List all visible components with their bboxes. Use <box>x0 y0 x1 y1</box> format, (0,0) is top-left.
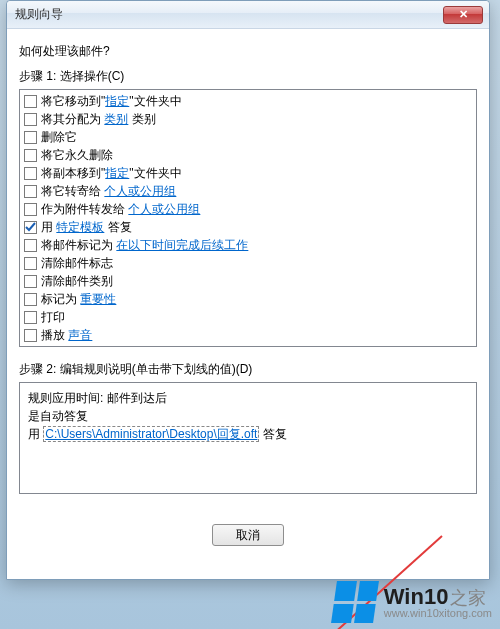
action-checkbox[interactable] <box>24 347 37 348</box>
action-link[interactable]: 指定 <box>105 94 129 108</box>
action-checkbox[interactable] <box>24 311 37 324</box>
action-checkbox[interactable] <box>24 275 37 288</box>
action-checkbox[interactable] <box>24 239 37 252</box>
action-checkbox[interactable] <box>24 95 37 108</box>
titlebar: 规则向导 ✕ <box>7 1 489 29</box>
action-link[interactable]: 个人或公用组 <box>104 184 176 198</box>
action-label: 清除邮件标志 <box>41 255 113 271</box>
action-row[interactable]: 将它永久删除 <box>24 146 472 164</box>
action-row[interactable]: 用 特定模板 答复 <box>24 218 472 236</box>
window-title: 规则向导 <box>15 6 63 23</box>
action-label: 将它永久删除 <box>41 147 113 163</box>
desc-line-2: 是自动答复 <box>28 407 468 425</box>
action-label: 打印 <box>41 309 65 325</box>
rule-description-box: 规则应用时间: 邮件到达后 是自动答复 用 C:\Users\Administr… <box>19 382 477 494</box>
close-icon: ✕ <box>459 8 468 21</box>
question-text: 如何处理该邮件? <box>19 43 477 60</box>
action-label: 将其分配为 类别 类别 <box>41 111 156 127</box>
action-label: 将它转寄给 个人或公用组 <box>41 183 176 199</box>
action-row[interactable]: 将副本移到"指定"文件夹中 <box>24 164 472 182</box>
step1-label: 步骤 1: 选择操作(C) <box>19 68 477 85</box>
actions-listbox[interactable]: 将它移动到"指定"文件夹中将其分配为 类别 类别删除它将它永久删除将副本移到"指… <box>19 89 477 347</box>
action-label: 用 特定模板 答复 <box>41 219 132 235</box>
desc-line-1: 规则应用时间: 邮件到达后 <box>28 389 468 407</box>
action-link[interactable]: 重要性 <box>80 292 116 306</box>
action-checkbox[interactable] <box>24 131 37 144</box>
rules-wizard-window: 规则向导 ✕ 如何处理该邮件? 步骤 1: 选择操作(C) 将它移动到"指定"文… <box>6 0 490 580</box>
desc-line-3: 用 C:\Users\Administrator\Desktop\回复.oft … <box>28 425 468 443</box>
action-link[interactable]: 声音 <box>68 328 92 342</box>
template-path-link[interactable]: C:\Users\Administrator\Desktop\回复.oft <box>43 426 259 442</box>
action-label: 将副本移到"指定"文件夹中 <box>41 165 182 181</box>
action-checkbox[interactable] <box>24 185 37 198</box>
windows-logo-icon <box>331 581 379 623</box>
desc-line-3-pre: 用 <box>28 427 43 441</box>
client-area: 如何处理该邮件? 步骤 1: 选择操作(C) 将它移动到"指定"文件夹中将其分配… <box>7 29 489 556</box>
action-checkbox[interactable] <box>24 293 37 306</box>
step2-label: 步骤 2: 编辑规则说明(单击带下划线的值)(D) <box>19 361 477 378</box>
action-checkbox[interactable] <box>24 257 37 270</box>
watermark-url: www.win10xitong.com <box>384 608 492 620</box>
action-checkbox[interactable] <box>24 113 37 126</box>
watermark-suffix: 之家 <box>450 588 486 608</box>
action-label: 删除它 <box>41 129 77 145</box>
action-row[interactable]: 删除它 <box>24 128 472 146</box>
action-checkbox[interactable] <box>24 149 37 162</box>
action-row[interactable]: 清除邮件类别 <box>24 272 472 290</box>
close-button[interactable]: ✕ <box>443 6 483 24</box>
action-row[interactable]: 清除邮件标志 <box>24 254 472 272</box>
action-link[interactable]: 在以下时间完成后续工作 <box>116 238 248 252</box>
action-row[interactable]: 标记为 重要性 <box>24 290 472 308</box>
action-checkbox[interactable] <box>24 221 37 234</box>
action-checkbox[interactable] <box>24 203 37 216</box>
action-row[interactable]: 将它移动到"指定"文件夹中 <box>24 92 472 110</box>
action-label: 清除邮件类别 <box>41 273 113 289</box>
action-link[interactable]: 特定模板 <box>56 220 104 234</box>
action-link[interactable]: 应用程序 <box>68 346 116 347</box>
action-row[interactable]: 播放 声音 <box>24 326 472 344</box>
cancel-button[interactable]: 取消 <box>212 524 284 546</box>
action-link[interactable]: 类别 <box>104 112 128 126</box>
action-label: 作为附件转发给 个人或公用组 <box>41 201 200 217</box>
action-row[interactable]: 将邮件标记为 在以下时间完成后续工作 <box>24 236 472 254</box>
action-label: 标记为 重要性 <box>41 291 116 307</box>
action-link[interactable]: 个人或公用组 <box>128 202 200 216</box>
action-label: 开始 应用程序 <box>41 345 116 347</box>
action-checkbox[interactable] <box>24 167 37 180</box>
action-row[interactable]: 将其分配为 类别 类别 <box>24 110 472 128</box>
action-link[interactable]: 指定 <box>105 166 129 180</box>
action-row[interactable]: 打印 <box>24 308 472 326</box>
button-row: 取消 <box>19 524 477 546</box>
watermark: Win10之家 www.win10xitong.com <box>334 581 492 623</box>
desc-line-3-post: 答复 <box>259 427 286 441</box>
action-checkbox[interactable] <box>24 329 37 342</box>
watermark-brand: Win10 <box>384 584 449 609</box>
action-row[interactable]: 将它转寄给 个人或公用组 <box>24 182 472 200</box>
action-label: 播放 声音 <box>41 327 92 343</box>
action-row[interactable]: 作为附件转发给 个人或公用组 <box>24 200 472 218</box>
action-label: 将它移动到"指定"文件夹中 <box>41 93 182 109</box>
action-row[interactable]: 开始 应用程序 <box>24 344 472 347</box>
action-label: 将邮件标记为 在以下时间完成后续工作 <box>41 237 248 253</box>
